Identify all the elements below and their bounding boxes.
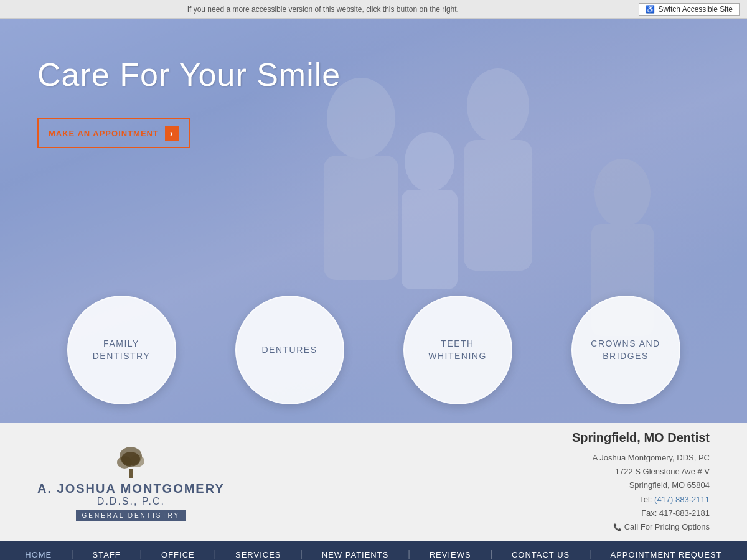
service-label-crowns-bridges: CROWNS ANDBRIDGES [581,338,669,362]
switch-accessible-button[interactable]: ♿ Switch Accessible Site [639,3,740,16]
switch-accessible-label: Switch Accessible Site [659,5,733,14]
service-circle-dentures[interactable]: DENTURES [235,296,344,404]
bottom-navigation: HOME | STAFF | OFFICE | SERVICES | NEW P… [0,541,747,560]
hero-content: Care For Your Smile MAKE AN APPOINTMENT … [0,19,747,148]
appointment-btn-label: MAKE AN APPOINTMENT [49,129,159,138]
service-circles-container: FAMILYDENTISTRY DENTURES TEETHWHITENING … [0,296,747,404]
service-circle-crowns-bridges[interactable]: CROWNS ANDBRIDGES [571,296,680,404]
nav-item-appointment-request[interactable]: APPOINTMENT REQUEST [604,550,728,559]
pricing-line: 📞 Call For Pricing Options [535,520,710,534]
phone-line: Tel: (417) 883-2111 [535,493,710,506]
nav-item-new-patients[interactable]: NEW PATIENTS [316,550,395,559]
address-line2: 1722 S Glenstone Ave # V [535,465,710,478]
service-circle-teeth-whitening[interactable]: TEETHWHITENING [403,296,512,404]
wheelchair-icon: ♿ [646,5,655,14]
contact-info-section: Springfield, MO Dentist A Joshua Montgom… [535,431,710,534]
nav-item-office[interactable]: OFFICE [155,550,201,559]
nav-item-contact-us[interactable]: CONTACT US [505,550,576,559]
tel-prefix: Tel: [639,495,654,504]
nav-item-staff[interactable]: STAFF [87,550,127,559]
fax-line: Fax: 417-883-2181 [535,506,710,520]
address-line3: Springfield, MO 65804 [535,478,710,492]
service-label-dentures: DENTURES [252,344,326,357]
logo-name: A. Joshua Montgomery [37,481,225,496]
service-label-family-dentistry: FAMILYDENTISTRY [83,338,160,362]
logo-dds: D.D.S., P.C. [97,496,165,507]
service-circle-family-dentistry[interactable]: FAMILYDENTISTRY [67,296,176,404]
svg-rect-13 [129,469,133,478]
service-label-teeth-whitening: TEETHWHITENING [419,338,496,362]
svg-point-6 [594,159,651,227]
phone-icon: 📞 [613,523,622,531]
nav-item-reviews[interactable]: REVIEWS [423,550,477,559]
accessibility-notice: If you need a more accessible version of… [7,5,639,14]
pricing-text: Call For Pricing Options [624,522,710,531]
footer-info-section: A. Joshua Montgomery D.D.S., P.C. Genera… [0,423,747,541]
address-line1: A Joshua Montgomery, DDS, PC [535,451,710,465]
appointment-btn-arrow: › [165,126,179,141]
nav-item-services[interactable]: SERVICES [229,550,288,559]
contact-details: A Joshua Montgomery, DDS, PC 1722 S Glen… [535,451,710,534]
accessibility-bar: If you need a more accessible version of… [0,0,747,19]
hero-title: Care For Your Smile [37,56,710,93]
logo-section: A. Joshua Montgomery D.D.S., P.C. Genera… [37,444,225,521]
hero-section: Care For Your Smile MAKE AN APPOINTMENT … [0,19,747,423]
svg-rect-5 [402,190,458,289]
svg-rect-1 [324,156,398,280]
phone-link[interactable]: (417) 883-2111 [654,495,710,504]
svg-point-12 [121,452,140,467]
nav-item-home[interactable]: HOME [19,550,58,559]
logo-tree-icon [112,444,149,481]
logo-divider: General Dentistry [76,510,187,521]
svg-rect-3 [464,140,532,271]
make-appointment-button[interactable]: MAKE AN APPOINTMENT › [37,118,190,148]
contact-title: Springfield, MO Dentist [535,431,710,445]
